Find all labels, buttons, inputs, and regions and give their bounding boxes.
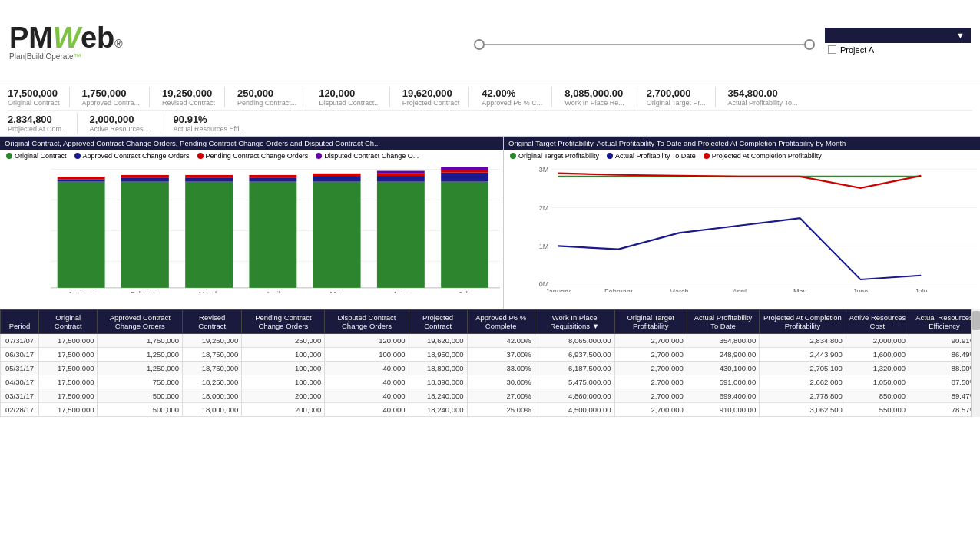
svg-rect-19 xyxy=(249,182,296,288)
kpi-cell-4: 250,000 Pending Contract... xyxy=(231,87,306,107)
kpi-lbl-6: Projected Contract xyxy=(402,99,460,107)
th-projected-contract[interactable]: Projected Contract xyxy=(409,310,467,334)
kpi-val-10: 354,800.00 xyxy=(728,88,798,99)
th-active-res[interactable]: Active Resources Cost xyxy=(846,310,909,334)
svg-text:January: January xyxy=(68,289,94,294)
legend-projected: Projected At Completion Profitability xyxy=(704,152,822,160)
scrollbar-thumb[interactable] xyxy=(972,311,980,330)
chart-right-legend: Original Target Profitability Actual Pro… xyxy=(504,150,980,162)
svg-rect-21 xyxy=(249,175,296,177)
svg-text:April: April xyxy=(733,288,747,292)
th-revised-contract[interactable]: Revised Contract xyxy=(183,310,242,334)
kpi-lbl-1: Original Contract xyxy=(8,99,60,107)
kpi-lbl-13: Actual Resources Effi... xyxy=(174,125,245,133)
svg-rect-25 xyxy=(377,182,425,288)
kpi-cell-2: 1,750,000 Approved Contra... xyxy=(76,87,151,107)
svg-rect-15 xyxy=(121,175,169,177)
kpi-val-5: 120,000 xyxy=(319,88,380,99)
th-approved-co[interactable]: Approved Contract Change Orders xyxy=(98,310,183,334)
date-slider[interactable] xyxy=(479,38,809,51)
th-wip-req[interactable]: Work In Place Requisitions ▼ xyxy=(535,310,614,334)
legend-target: Original Target Profitability xyxy=(510,152,599,160)
kpi-cell-9: 2,700,000 Original Target Pr... xyxy=(641,87,716,107)
svg-rect-23 xyxy=(313,176,361,182)
kpi-val-2: 1,750,000 xyxy=(82,88,141,99)
th-approved-p6[interactable]: Approved P6 % Complete xyxy=(467,310,535,334)
svg-rect-30 xyxy=(441,173,488,182)
legend-actual: Actual Profitability To Date xyxy=(607,152,696,160)
kpi-lbl-9: Original Target Pr... xyxy=(647,99,706,107)
scrollbar[interactable] xyxy=(971,309,980,417)
chart-right-title: Original Target Profitability, Actual Pr… xyxy=(504,137,980,150)
kpi-lbl-10: Actual Profitability To... xyxy=(728,99,798,107)
kpi-cell-13: 90.91% Actual Resources Effi... xyxy=(167,113,245,134)
kpi-val-8: 8,085,000.00 xyxy=(564,88,624,99)
svg-rect-26 xyxy=(377,176,425,182)
logo-registered: ® xyxy=(114,38,122,49)
svg-text:January: January xyxy=(545,288,571,292)
kpi-val-1: 17,500,000 xyxy=(8,88,60,99)
chart-left-legend: Original Contract Approved Contract Chan… xyxy=(0,150,503,162)
th-orig-target[interactable]: Original Target Profitability xyxy=(614,310,687,334)
kpi-row-2: 2,834,800 Projected At Com... 2,000,000 … xyxy=(8,111,972,134)
project-dropdown[interactable]: ▼ xyxy=(825,28,971,43)
th-original-contract[interactable]: Original Contract xyxy=(39,310,98,334)
svg-rect-28 xyxy=(377,171,425,174)
dropdown-arrow: ▼ xyxy=(956,31,965,40)
chart-left: Original Contract, Approved Contract Cha… xyxy=(0,137,504,309)
chart-right-area: 3M 2M 1M 0M January February March xyxy=(504,162,980,309)
kpi-val-6: 19,620,000 xyxy=(402,88,460,99)
slider-handle-left[interactable] xyxy=(474,39,485,50)
kpi-val-7: 42.00% xyxy=(482,88,542,99)
kpi-row-1: 17,500,000 Original Contract 1,750,000 A… xyxy=(8,87,972,111)
kpi-lbl-8: Work In Place Re... xyxy=(564,99,624,107)
kpi-val-13: 90.91% xyxy=(174,114,245,125)
svg-text:July: July xyxy=(915,288,927,292)
logo-area: PM W eb ® Plan|Build|Operate™ xyxy=(9,23,155,61)
svg-rect-29 xyxy=(441,182,488,288)
svg-rect-31 xyxy=(441,170,488,172)
kpi-cell-3: 19,250,000 Revised Contract xyxy=(156,87,225,107)
svg-text:March: March xyxy=(199,289,220,294)
th-disputed-co[interactable]: Disputed Contract Change Orders xyxy=(325,310,409,334)
project-filter: ▼ Project A xyxy=(825,28,971,57)
table-row: 02/28/1717,500,000500,00018,000,000200,0… xyxy=(1,403,980,417)
kpi-lbl-5: Disputed Contract... xyxy=(319,99,380,107)
data-table: Period Original Contract Approved Contra… xyxy=(0,309,980,417)
kpi-lbl-11: Projected At Com... xyxy=(8,125,68,133)
th-actual-prof[interactable]: Actual Profitability To Date xyxy=(687,310,759,334)
kpi-val-9: 2,700,000 xyxy=(647,88,706,99)
svg-rect-12 xyxy=(58,177,105,179)
slider-handle-right[interactable] xyxy=(804,39,815,50)
kpi-cell-7: 42.00% Approved P6 % C... xyxy=(475,87,552,107)
legend-original: Original Contract xyxy=(6,152,67,160)
kpi-cell-8: 8,085,000.00 Work In Place Re... xyxy=(558,87,634,107)
svg-text:1M: 1M xyxy=(539,242,549,250)
chart-right: Original Target Profitability, Actual Pr… xyxy=(504,137,980,309)
kpi-lbl-3: Revised Contract xyxy=(162,99,215,107)
th-pending-co[interactable]: Pending Contract Change Orders xyxy=(242,310,325,334)
kpi-cell-5: 120,000 Disputed Contract... xyxy=(313,87,390,107)
svg-rect-10 xyxy=(58,182,105,288)
th-period[interactable]: Period xyxy=(1,310,39,334)
project-checkbox[interactable] xyxy=(828,45,836,54)
kpi-val-3: 19,250,000 xyxy=(162,88,215,99)
kpi-cell-6: 19,620,000 Projected Contract xyxy=(396,87,470,107)
kpi-val-12: 2,000,000 xyxy=(90,114,151,125)
svg-rect-16 xyxy=(185,182,233,288)
table-row: 05/31/1717,500,0001,250,00018,750,000100… xyxy=(1,362,980,375)
kpi-cell-11: 2,834,800 Projected At Com... xyxy=(8,113,78,134)
kpi-cell-1: 17,500,000 Original Contract xyxy=(8,87,70,107)
table-row: 03/31/1717,500,000500,00018,000,000200,0… xyxy=(1,389,980,403)
svg-text:0M: 0M xyxy=(539,279,549,287)
legend-pending: Pending Contract Change Orders xyxy=(197,152,309,160)
svg-rect-22 xyxy=(313,182,361,288)
date-range-control xyxy=(479,34,809,51)
project-option[interactable]: Project A xyxy=(825,43,971,57)
svg-text:February: February xyxy=(131,289,161,294)
th-actual-eff[interactable]: Actual Resources Efficiency xyxy=(909,310,979,334)
logo-pm: PM xyxy=(9,23,53,52)
svg-rect-13 xyxy=(121,182,169,288)
th-proj-prof[interactable]: Projected At Completion Profitability xyxy=(760,310,846,334)
kpi-cell-10: 354,800.00 Actual Profitability To... xyxy=(722,87,798,107)
